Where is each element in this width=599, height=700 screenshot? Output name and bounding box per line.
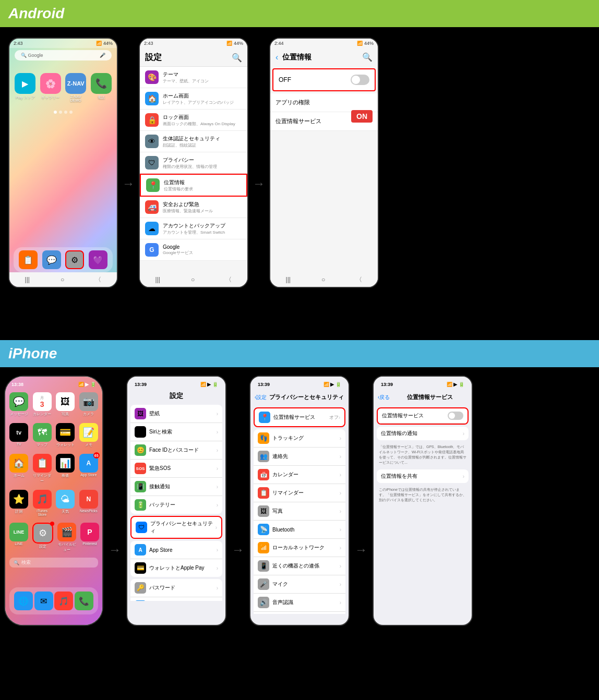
iphone-phone4: 13:39 📶 ▶ 🔋 ‹ 戻る 位置情報サービス 位置情報サービス ON: [373, 376, 473, 626]
iphone-status-bar-4: 13:39 📶 ▶ 🔋: [374, 377, 472, 389]
app-gallery[interactable]: 🌸 ギャラリー: [40, 73, 62, 102]
ios-camera-privacy[interactable]: 📷 カメラ ›: [254, 612, 345, 614]
privacy-list: 📍 位置情報サービス オフ › 👣 トラッキング › 👥 連絡先: [250, 405, 349, 614]
arrow-2: →: [248, 176, 269, 191]
app-phone[interactable]: 📞 電話: [91, 73, 112, 102]
ios-location-main-toggle[interactable]: 位置情報サービス: [378, 408, 468, 424]
app-photos[interactable]: 🖼 写真: [56, 392, 75, 417]
app-mobilereview[interactable]: 🎬 モバイルビュー: [57, 523, 76, 552]
android-content: 2:43 📶 44% 🔍 Google 🎤 ▶ Play ストア 🌸 ギャラリー…: [0, 27, 599, 340]
app-calendar[interactable]: 月 3 カレンダー: [33, 392, 52, 417]
app-newspicks[interactable]: N NewsPicks: [79, 490, 99, 516]
app-stocks[interactable]: 📊 株価: [56, 454, 75, 484]
iphone-app-grid-row1: 💬 メッセージ 月 3 カレンダー 🖼 写真: [5, 389, 102, 420]
location-toggle-switch[interactable]: [448, 412, 463, 420]
app-znav[interactable]: Z-NAV Z-NAV DEMO: [65, 73, 87, 102]
iphone-phone3: 13:39 📶 ▶ 🔋 ‹ 設定 プライバシーとセキュリティ 📍 位置情報サービ…: [249, 376, 350, 626]
app-tv[interactable]: tv TV: [9, 423, 29, 448]
ios-nearby-devices[interactable]: 📱 近くの機器との連係 ›: [254, 557, 345, 575]
app-maps[interactable]: 🗺 マップ: [33, 423, 52, 448]
ios-settings-group4: 🔑 パスワード › ✉ メール › 📇 連絡先 ›: [130, 579, 222, 601]
app-camera[interactable]: 📷 カメラ: [79, 392, 99, 417]
ios-settings-list: 🖼 壁紙 › 🎙 Siriと検索 › 😊 Face IDとパスコード ›: [127, 403, 225, 601]
dock-mail[interactable]: ✉: [34, 592, 53, 610]
settings-privacy[interactable]: 🛡 プライバシー 権限の使用状況、情報の管理: [140, 152, 247, 174]
android-settings-list: 🎨 テーマ テーマ、壁紙、アイコン 🏠 ホーム画面 レイアウト、アプリアイコンの…: [140, 67, 247, 261]
app-measure[interactable]: ⭐ 計測: [9, 490, 29, 516]
app-weather[interactable]: 🌤 天気: [56, 490, 75, 516]
iphone-search-bar[interactable]: 🔍 検索: [9, 558, 98, 568]
settings-location[interactable]: 📍 位置情報 位置情報の要求: [140, 174, 247, 197]
ios-passwords[interactable]: 🔑 パスワード ›: [130, 579, 222, 597]
location-app-permissions[interactable]: アプリの権限: [270, 93, 378, 112]
ios-location-services[interactable]: 📍 位置情報サービス オフ ›: [255, 408, 344, 426]
privacy-back-header: ‹ 設定 プライバシーとセキュリティ: [250, 389, 349, 405]
app-play-store[interactable]: ▶ Play ストア: [15, 73, 36, 102]
app-messages[interactable]: 💬 メッセージ: [9, 392, 29, 417]
app-settings-highlighted[interactable]: ⚙: [65, 250, 84, 269]
ios-share-location[interactable]: 位置情報を共有 ›: [377, 469, 469, 483]
settings-account[interactable]: ☁ アカウントとバックアップ アカウントを管理、Smart Switch: [140, 218, 247, 239]
privacy-back-button[interactable]: ‹ 設定: [255, 394, 267, 401]
ios-wallet[interactable]: 💳 ウォレットとApple Pay ›: [130, 559, 222, 577]
ios-mail[interactable]: ✉ メール ›: [130, 597, 222, 601]
ios-reminders-privacy[interactable]: 📋 リマインダー ›: [254, 484, 345, 502]
ios-location-notification[interactable]: 位置情報の通知 ›: [377, 427, 469, 440]
arrow-1: →: [118, 176, 139, 191]
location-group1: 位置情報の通知 ›: [377, 427, 469, 440]
settings-homescreen[interactable]: 🏠 ホーム画面 レイアウト、アプリアイコンのバッジ: [140, 88, 247, 110]
android-phone1: 2:43 📶 44% 🔍 Google 🎤 ▶ Play ストア 🌸 ギャラリー…: [8, 38, 118, 288]
settings-biometrics[interactable]: 👁 生体認証とセキュリティ 顔認証、指紋認証: [140, 131, 247, 152]
app-itunes[interactable]: 🎵 iTunes Store: [33, 490, 52, 516]
ios-contacts-privacy[interactable]: 👥 連絡先 ›: [254, 448, 345, 466]
privacy-group2: 👣 トラッキング › 👥 連絡先 › 📅 カレンダー ›: [254, 429, 345, 614]
ios-appstore[interactable]: A App Store ›: [130, 541, 222, 559]
ios-calendar-privacy[interactable]: 📅 カレンダー ›: [254, 466, 345, 484]
app-reminders[interactable]: 📋 リマインダー: [33, 454, 52, 484]
settings-google[interactable]: G Google Googleサービス: [140, 239, 247, 261]
ios-exposure[interactable]: 📳 接触通知 ›: [130, 478, 222, 496]
ios-photos-privacy[interactable]: 🖼 写真 ›: [254, 502, 345, 521]
app-doc4[interactable]: 💜: [89, 250, 107, 269]
android-phone3: 2:44 📶 44% ‹ 位置情報 🔍 OFF ON アプリの権限 位置情報サー…: [269, 38, 379, 288]
ios-wallpaper[interactable]: 🖼 壁紙 ›: [130, 405, 222, 423]
ios-siri[interactable]: 🎙 Siriと検索 ›: [130, 423, 222, 441]
settings-lockscreen[interactable]: 🔒 ロック画面 画面ロックの種類、Always On Display: [140, 110, 247, 131]
app-line[interactable]: LINE LINE: [9, 523, 28, 552]
iphone-dock: 🌐 ✉ 🎵 📞: [9, 587, 98, 614]
ios-bluetooth-privacy[interactable]: 📡 Bluetooth ›: [254, 521, 345, 539]
ios-tracking[interactable]: 👣 トラッキング ›: [254, 429, 345, 448]
android-search-bar[interactable]: 🔍 Google 🎤: [15, 50, 112, 61]
ios-privacy[interactable]: 🛡 プライバシーとセキュリティ ›: [131, 517, 221, 538]
app-settings-iphone[interactable]: ⚙ 設定: [32, 523, 53, 552]
settings-theme[interactable]: 🎨 テーマ テーマ、壁紙、アイコン: [140, 67, 247, 88]
iphone-status-bar-3: 13:39 📶 ▶ 🔋: [250, 377, 349, 389]
ios-settings-title: 設定: [127, 389, 225, 403]
settings-emergency[interactable]: 🚑 安全および緊急 医療情報、緊急速報メール: [140, 197, 247, 218]
app-doc1[interactable]: 📋: [19, 250, 38, 269]
iphone-title: iPhone: [8, 345, 57, 362]
iphone-app-grid-row4: ⭐ 計測 🎵 iTunes Store 🌤 天気 N NewsPicks: [5, 487, 102, 520]
dock-music[interactable]: 🎵: [54, 592, 73, 610]
ios-sos[interactable]: SOS 緊急SOS ›: [130, 460, 222, 478]
app-doc2[interactable]: 💬: [42, 250, 61, 269]
iphone-status-bar-2: 13:39 📶 ▶ 🔋: [127, 377, 225, 389]
ios-speech-recognition[interactable]: 🔊 音声認識 ›: [254, 594, 345, 612]
location-toggle[interactable]: OFF: [272, 68, 376, 91]
ios-microphone-privacy[interactable]: 🎤 マイク ›: [254, 575, 345, 594]
app-pinterest[interactable]: P Pinterest: [80, 523, 99, 552]
app-notes[interactable]: 📝 メモ: [79, 423, 99, 448]
app-appstore[interactable]: A 65 App Store: [79, 454, 99, 484]
ios-faceid[interactable]: 😊 Face IDとパスコード ›: [130, 441, 222, 460]
location-back-button[interactable]: ‹ 戻る: [378, 394, 390, 401]
android-status-bar-1: 2:43 📶 44%: [9, 39, 117, 48]
ios-local-network[interactable]: 📶 ローカルネットワーク ›: [254, 539, 345, 557]
android-title: Android: [8, 5, 64, 22]
notification-badge: [50, 522, 54, 526]
toggle-switch-off[interactable]: [351, 75, 369, 85]
ios-battery[interactable]: 🔋 バッテリー ›: [130, 496, 222, 514]
app-home[interactable]: 🏠 ホーム: [9, 454, 29, 484]
dock-safari[interactable]: 🌐: [14, 592, 33, 610]
app-wallet[interactable]: 💳 ウォレット: [56, 423, 75, 448]
dock-phone[interactable]: 📞: [75, 592, 93, 610]
